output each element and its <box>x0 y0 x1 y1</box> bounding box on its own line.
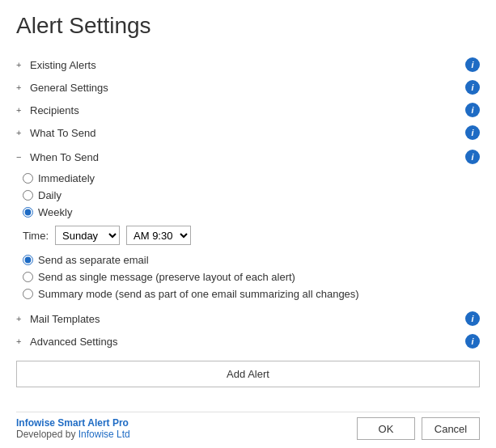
frequency-daily-label: Daily <box>38 189 61 201</box>
info-icon-mail-templates[interactable]: i <box>465 311 480 326</box>
page-title: Alert Settings <box>16 13 480 39</box>
collapse-icon: − <box>16 152 26 162</box>
email-separate-label: Send as separate email <box>38 254 149 266</box>
email-separate-radio[interactable] <box>23 255 33 265</box>
section-recipients: + Recipients i <box>16 99 480 121</box>
email-single[interactable]: Send as single message (preserve layout … <box>23 270 480 284</box>
frequency-daily-radio[interactable] <box>23 190 33 201</box>
cancel-button[interactable]: Cancel <box>422 417 480 440</box>
info-icon-recipients[interactable]: i <box>465 103 480 117</box>
footer-brand: Infowise Smart Alert Pro Developed by In… <box>16 417 130 440</box>
footer-buttons: OK Cancel <box>357 417 480 440</box>
info-icon-what-to-send[interactable]: i <box>465 125 480 140</box>
time-select[interactable]: AM 9:30 AM 10:00 AM 11:00 PM 12:00 <box>126 226 191 245</box>
when-to-send-section: − When To Send i Immediately Daily Weekl… <box>16 144 480 307</box>
section-mail-templates: + Mail Templates i <box>16 307 480 330</box>
section-general-settings: + General Settings i <box>16 76 480 99</box>
add-alert-button[interactable]: Add Alert <box>16 361 480 387</box>
section-text-mail-templates: Mail Templates <box>30 313 100 325</box>
info-icon-existing-alerts[interactable]: i <box>465 57 480 72</box>
section-label-advanced-settings: + Advanced Settings <box>16 336 117 348</box>
top-sections: + Existing Alerts i + General Settings i… <box>16 53 480 144</box>
expand-icon-what-to-send: + <box>16 128 26 137</box>
email-summary-label: Summary mode (send as part of one email … <box>38 288 359 300</box>
section-label-what-to-send: + What To Send <box>16 127 95 139</box>
frequency-daily[interactable]: Daily <box>23 188 480 202</box>
section-what-to-send: + What To Send i <box>16 121 480 144</box>
frequency-immediately-label: Immediately <box>38 172 95 184</box>
time-label: Time: <box>23 230 49 242</box>
when-to-send-header: − When To Send i <box>16 146 480 168</box>
time-row: Time: Sunday Monday Tuesday Wednesday Th… <box>16 221 480 250</box>
frequency-weekly-radio[interactable] <box>23 207 33 218</box>
frequency-immediately-radio[interactable] <box>23 173 33 184</box>
day-select[interactable]: Sunday Monday Tuesday Wednesday Thursday… <box>55 226 120 245</box>
section-existing-alerts: + Existing Alerts i <box>16 53 480 76</box>
when-to-send-text: When To Send <box>30 151 99 163</box>
expand-icon-mail-templates: + <box>16 314 26 323</box>
developer-line: Developed by Infowise Ltd <box>16 429 130 440</box>
email-summary-radio[interactable] <box>23 289 33 299</box>
expand-icon-recipients: + <box>16 105 26 115</box>
frequency-immediately[interactable]: Immediately <box>23 171 480 185</box>
frequency-radio-group: Immediately Daily Weekly <box>16 168 480 221</box>
when-to-send-label: − When To Send <box>16 151 99 163</box>
section-label-mail-templates: + Mail Templates <box>16 313 100 325</box>
email-options: Send as separate email Send as single me… <box>16 250 480 302</box>
footer: Infowise Smart Alert Pro Developed by In… <box>16 412 480 440</box>
section-text-general-settings: General Settings <box>30 82 108 94</box>
brand-name: Infowise Smart Alert Pro <box>16 417 129 429</box>
section-text-what-to-send: What To Send <box>30 127 95 139</box>
ok-button[interactable]: OK <box>357 417 415 440</box>
page-container: Alert Settings + Existing Alerts i + Gen… <box>0 0 496 448</box>
email-single-radio[interactable] <box>23 272 33 282</box>
email-separate[interactable]: Send as separate email <box>23 253 480 267</box>
section-text-recipients: Recipients <box>30 104 79 116</box>
frequency-weekly[interactable]: Weekly <box>23 205 480 219</box>
email-summary[interactable]: Summary mode (send as part of one email … <box>23 287 480 301</box>
section-text-existing-alerts: Existing Alerts <box>30 59 96 71</box>
section-label-general-settings: + General Settings <box>16 82 108 94</box>
section-label-existing-alerts: + Existing Alerts <box>16 59 96 71</box>
section-advanced-settings: + Advanced Settings i <box>16 330 480 353</box>
expand-icon-existing-alerts: + <box>16 60 26 70</box>
info-icon-general-settings[interactable]: i <box>465 80 480 95</box>
when-to-send-info-icon[interactable]: i <box>465 150 480 164</box>
developed-by-text: Developed by <box>16 429 78 440</box>
section-text-advanced-settings: Advanced Settings <box>30 336 117 348</box>
info-icon-advanced-settings[interactable]: i <box>465 334 480 349</box>
email-single-label: Send as single message (preserve layout … <box>38 271 295 283</box>
developer-link[interactable]: Infowise Ltd <box>78 429 130 440</box>
expand-icon-advanced-settings: + <box>16 336 26 346</box>
frequency-weekly-label: Weekly <box>38 206 72 218</box>
expand-icon-general-settings: + <box>16 82 26 92</box>
section-label-recipients: + Recipients <box>16 104 79 116</box>
bottom-sections: + Mail Templates i + Advanced Settings i <box>16 307 480 353</box>
